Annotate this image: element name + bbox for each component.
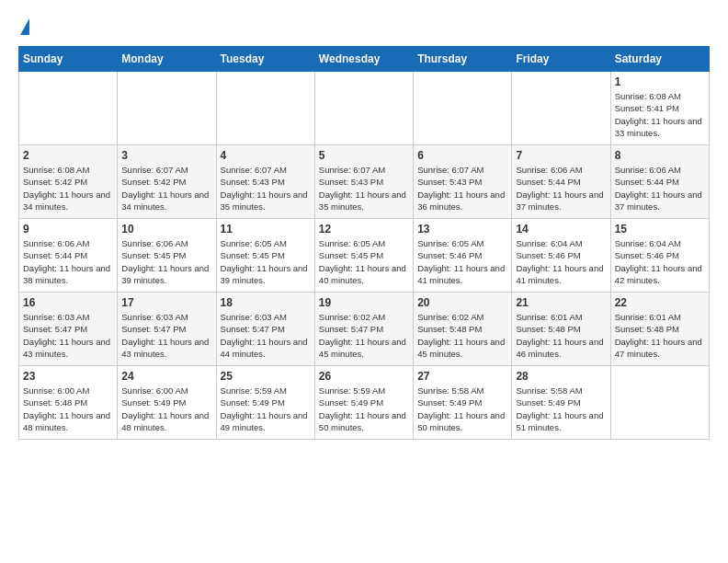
day-number: 9	[23, 223, 113, 236]
calendar-cell	[414, 72, 512, 145]
calendar-cell: 6Sunrise: 6:07 AM Sunset: 5:43 PM Daylig…	[414, 145, 512, 219]
day-number: 21	[516, 296, 606, 309]
calendar-cell: 24Sunrise: 6:00 AM Sunset: 5:49 PM Dayli…	[118, 366, 216, 440]
day-info: Sunrise: 5:58 AM Sunset: 5:49 PM Dayligh…	[417, 385, 507, 433]
day-number: 1	[615, 75, 705, 88]
day-info: Sunrise: 6:07 AM Sunset: 5:43 PM Dayligh…	[221, 164, 311, 213]
day-info: Sunrise: 6:03 AM Sunset: 5:47 PM Dayligh…	[221, 311, 311, 360]
day-info: Sunrise: 6:05 AM Sunset: 5:46 PM Dayligh…	[417, 237, 507, 286]
day-info: Sunrise: 6:01 AM Sunset: 5:48 PM Dayligh…	[615, 311, 705, 360]
day-number: 8	[615, 149, 705, 162]
calendar-cell: 19Sunrise: 6:02 AM Sunset: 5:47 PM Dayli…	[314, 293, 413, 366]
calendar-cell: 17Sunrise: 6:03 AM Sunset: 5:47 PM Dayli…	[118, 293, 216, 366]
day-number: 12	[319, 223, 409, 236]
calendar-cell: 7Sunrise: 6:06 AM Sunset: 5:44 PM Daylig…	[512, 145, 610, 219]
calendar-cell: 10Sunrise: 6:06 AM Sunset: 5:45 PM Dayli…	[118, 219, 216, 293]
day-number: 5	[319, 149, 409, 162]
calendar-cell: 22Sunrise: 6:01 AM Sunset: 5:48 PM Dayli…	[610, 293, 709, 366]
calendar-header-sunday: Sunday	[19, 47, 118, 72]
calendar-cell	[314, 72, 413, 145]
calendar-cell: 28Sunrise: 5:58 AM Sunset: 5:49 PM Dayli…	[512, 366, 610, 440]
day-number: 16	[23, 296, 113, 309]
calendar-header-thursday: Thursday	[414, 47, 512, 72]
day-info: Sunrise: 6:06 AM Sunset: 5:44 PM Dayligh…	[615, 164, 705, 213]
day-info: Sunrise: 6:07 AM Sunset: 5:43 PM Dayligh…	[319, 164, 409, 213]
calendar-cell: 15Sunrise: 6:04 AM Sunset: 5:46 PM Dayli…	[610, 219, 709, 293]
day-info: Sunrise: 6:02 AM Sunset: 5:47 PM Dayligh…	[319, 311, 409, 360]
logo-triangle-icon	[20, 18, 29, 35]
calendar-header-friday: Friday	[512, 47, 610, 72]
calendar-cell: 8Sunrise: 6:06 AM Sunset: 5:44 PM Daylig…	[610, 145, 709, 219]
day-info: Sunrise: 5:59 AM Sunset: 5:49 PM Dayligh…	[221, 385, 311, 433]
calendar-header-tuesday: Tuesday	[216, 47, 314, 72]
day-info: Sunrise: 6:07 AM Sunset: 5:43 PM Dayligh…	[417, 164, 507, 213]
calendar-cell: 14Sunrise: 6:04 AM Sunset: 5:46 PM Dayli…	[512, 219, 610, 293]
day-info: Sunrise: 6:00 AM Sunset: 5:48 PM Dayligh…	[23, 385, 113, 433]
day-number: 24	[121, 370, 211, 383]
day-number: 23	[23, 370, 113, 383]
day-number: 3	[121, 149, 211, 162]
calendar-cell: 11Sunrise: 6:05 AM Sunset: 5:45 PM Dayli…	[216, 219, 314, 293]
day-number: 7	[516, 149, 606, 162]
day-info: Sunrise: 6:04 AM Sunset: 5:46 PM Dayligh…	[516, 237, 606, 286]
calendar-week-row: 23Sunrise: 6:00 AM Sunset: 5:48 PM Dayli…	[19, 366, 710, 440]
day-info: Sunrise: 6:03 AM Sunset: 5:47 PM Dayligh…	[121, 311, 211, 360]
calendar-cell	[19, 72, 118, 145]
day-number: 28	[516, 370, 606, 383]
calendar-cell: 16Sunrise: 6:03 AM Sunset: 5:47 PM Dayli…	[19, 293, 118, 366]
day-info: Sunrise: 6:07 AM Sunset: 5:42 PM Dayligh…	[121, 164, 211, 213]
day-info: Sunrise: 6:03 AM Sunset: 5:47 PM Dayligh…	[23, 311, 113, 360]
calendar-cell: 12Sunrise: 6:05 AM Sunset: 5:45 PM Dayli…	[314, 219, 413, 293]
day-info: Sunrise: 6:05 AM Sunset: 5:45 PM Dayligh…	[221, 237, 311, 286]
calendar-cell: 23Sunrise: 6:00 AM Sunset: 5:48 PM Dayli…	[19, 366, 118, 440]
day-info: Sunrise: 5:58 AM Sunset: 5:49 PM Dayligh…	[516, 385, 606, 433]
calendar-cell: 27Sunrise: 5:58 AM Sunset: 5:49 PM Dayli…	[414, 366, 512, 440]
day-number: 10	[121, 223, 211, 236]
calendar-week-row: 2Sunrise: 6:08 AM Sunset: 5:42 PM Daylig…	[19, 145, 710, 219]
day-info: Sunrise: 6:08 AM Sunset: 5:41 PM Dayligh…	[615, 90, 705, 139]
calendar-cell: 18Sunrise: 6:03 AM Sunset: 5:47 PM Dayli…	[216, 293, 314, 366]
calendar-cell: 21Sunrise: 6:01 AM Sunset: 5:48 PM Dayli…	[512, 293, 610, 366]
day-number: 2	[23, 149, 113, 162]
calendar-week-row: 9Sunrise: 6:06 AM Sunset: 5:44 PM Daylig…	[19, 219, 710, 293]
calendar-cell: 2Sunrise: 6:08 AM Sunset: 5:42 PM Daylig…	[19, 145, 118, 219]
calendar-header-wednesday: Wednesday	[314, 47, 413, 72]
day-number: 15	[615, 223, 705, 236]
day-number: 18	[221, 296, 311, 309]
day-number: 19	[319, 296, 409, 309]
calendar-cell: 5Sunrise: 6:07 AM Sunset: 5:43 PM Daylig…	[314, 145, 413, 219]
calendar-cell: 20Sunrise: 6:02 AM Sunset: 5:48 PM Dayli…	[414, 293, 512, 366]
day-info: Sunrise: 6:01 AM Sunset: 5:48 PM Dayligh…	[516, 311, 606, 360]
calendar-cell	[512, 72, 610, 145]
day-info: Sunrise: 6:08 AM Sunset: 5:42 PM Dayligh…	[23, 164, 113, 213]
day-info: Sunrise: 5:59 AM Sunset: 5:49 PM Dayligh…	[319, 385, 409, 433]
logo	[18, 18, 29, 37]
calendar-cell	[216, 72, 314, 145]
day-info: Sunrise: 6:06 AM Sunset: 5:45 PM Dayligh…	[121, 237, 211, 286]
calendar-cell: 1Sunrise: 6:08 AM Sunset: 5:41 PM Daylig…	[610, 72, 709, 145]
calendar-week-row: 1Sunrise: 6:08 AM Sunset: 5:41 PM Daylig…	[19, 72, 710, 145]
day-number: 17	[121, 296, 211, 309]
calendar-cell: 26Sunrise: 5:59 AM Sunset: 5:49 PM Dayli…	[314, 366, 413, 440]
day-number: 4	[221, 149, 311, 162]
day-number: 13	[417, 223, 507, 236]
day-number: 25	[221, 370, 311, 383]
day-number: 11	[221, 223, 311, 236]
day-info: Sunrise: 6:04 AM Sunset: 5:46 PM Dayligh…	[615, 237, 705, 286]
calendar-cell	[118, 72, 216, 145]
day-info: Sunrise: 6:06 AM Sunset: 5:44 PM Dayligh…	[516, 164, 606, 213]
calendar-cell: 25Sunrise: 5:59 AM Sunset: 5:49 PM Dayli…	[216, 366, 314, 440]
day-number: 26	[319, 370, 409, 383]
calendar-cell: 4Sunrise: 6:07 AM Sunset: 5:43 PM Daylig…	[216, 145, 314, 219]
day-number: 27	[417, 370, 507, 383]
day-info: Sunrise: 6:00 AM Sunset: 5:49 PM Dayligh…	[121, 385, 211, 433]
calendar-table: SundayMondayTuesdayWednesdayThursdayFrid…	[18, 46, 710, 440]
calendar-cell: 13Sunrise: 6:05 AM Sunset: 5:46 PM Dayli…	[414, 219, 512, 293]
day-info: Sunrise: 6:05 AM Sunset: 5:45 PM Dayligh…	[319, 237, 409, 286]
day-info: Sunrise: 6:02 AM Sunset: 5:48 PM Dayligh…	[417, 311, 507, 360]
day-number: 20	[417, 296, 507, 309]
day-number: 14	[516, 223, 606, 236]
calendar-cell	[610, 366, 709, 440]
page-header	[18, 18, 710, 37]
day-number: 22	[615, 296, 705, 309]
